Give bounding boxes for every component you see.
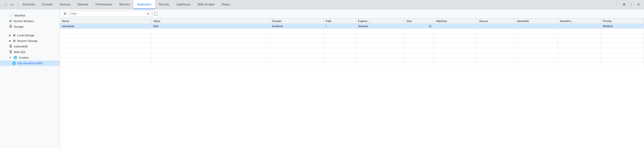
cookies-localhost-icon: 🌐 (12, 61, 16, 65)
cell-empty-domain (270, 62, 324, 67)
col-header-secure[interactable]: Secure (477, 19, 515, 24)
tab-bar-icons: ⬚ ▭ (1, 2, 17, 7)
cell-empty-secure (477, 53, 515, 58)
cell-empty-name (60, 48, 151, 53)
more-icon[interactable]: ⋮ (629, 2, 634, 7)
cell-empty-priority (601, 53, 644, 58)
table-row-empty (60, 53, 644, 58)
col-header-expires[interactable]: Expires ... (356, 19, 404, 24)
table-row-empty (60, 48, 644, 53)
cell-empty-path (324, 48, 356, 53)
cell-empty-samesite (515, 29, 558, 34)
col-header-value[interactable]: Value (151, 19, 270, 24)
cell-empty-secure (477, 58, 515, 62)
cell-empty-httponly (434, 58, 477, 62)
cell-empty-httponly (434, 34, 477, 38)
table-row-empty (60, 29, 644, 34)
cell-empty-samepa (558, 34, 601, 38)
cell-empty-size (404, 58, 434, 62)
col-header-path[interactable]: Path (324, 19, 356, 24)
cell-empty-priority (601, 29, 644, 34)
cell-empty-path (324, 43, 356, 48)
cell-path: / (324, 24, 356, 29)
cell-empty-httponly (434, 48, 477, 53)
col-header-size[interactable]: Size (404, 19, 434, 24)
device-icon[interactable]: ▭ (10, 2, 15, 7)
cell-empty-path (324, 38, 356, 43)
cell-empty-secure (477, 38, 515, 43)
tab-elements[interactable]: Elements (19, 0, 38, 9)
cell-empty-value (151, 48, 270, 53)
sidebar-item-session-storage[interactable]: ▶⊞ Session Storage (0, 38, 60, 44)
sidebar-item-manifest[interactable]: 📄 Manifest (0, 13, 60, 18)
cell-empty-domain (270, 48, 324, 53)
col-header-samesite[interactable]: SameSite (515, 19, 558, 24)
table-row-empty (60, 62, 644, 67)
sidebar-item-cookies-localhost[interactable]: 🌐 http://localhost:4000 (0, 60, 60, 66)
cell-empty-domain (270, 38, 324, 43)
expand-icon-cookies: ▼ (9, 56, 11, 59)
service-workers-icon: ⚙ (9, 19, 12, 23)
col-header-httponly[interactable]: HttpOnly (434, 19, 477, 24)
expand-icon-local-storage: ▶ (9, 34, 11, 37)
filter-clear-button[interactable]: ✕ (147, 12, 150, 16)
sidebar-item-indexeddb[interactable]: 🗄 IndexedDB (0, 44, 60, 49)
issue-filter-label[interactable] (154, 12, 159, 15)
col-header-priority[interactable]: Priority (601, 19, 644, 24)
cell-secure (477, 24, 515, 29)
inspect-icon[interactable]: ⬚ (3, 2, 8, 7)
sidebar-item-cookies[interactable]: ▼🌐 Cookies (0, 55, 60, 60)
col-header-name[interactable]: Name (60, 19, 151, 24)
tab-redux[interactable]: Redux (218, 0, 234, 9)
sidebar: 📄 Manifest⚙ Service Workers🗄 Storage ▶⊞ … (0, 9, 60, 148)
tab-performance[interactable]: Performance (92, 0, 116, 9)
cell-empty-samesite (515, 38, 558, 43)
cell-empty-size (404, 48, 434, 53)
web-sql-icon: 🗄 (9, 50, 12, 54)
tab-lighthouse[interactable]: Lighthouse (173, 0, 194, 9)
settings-icon[interactable]: ⚙ (622, 2, 627, 7)
cell-empty-priority (601, 43, 644, 48)
issue-filter-checkbox[interactable] (154, 12, 157, 15)
tab-sources[interactable]: Sources (56, 0, 74, 9)
table-header-row: NameValueDomainPathExpires ...SizeHttpOn… (60, 19, 644, 24)
cell-empty-domain (270, 53, 324, 58)
sidebar-item-web-sql[interactable]: 🗄 Web SQL (0, 49, 60, 55)
sidebar-label-cookies-localhost: http://localhost:4000 (18, 62, 42, 65)
tab-application[interactable]: Application (134, 0, 155, 9)
sidebar-item-service-workers[interactable]: ⚙ Service Workers (0, 18, 60, 24)
cell-empty-path (324, 53, 356, 58)
cell-empty-name (60, 53, 151, 58)
tab-console[interactable]: Console (38, 0, 56, 9)
refresh-button[interactable]: ↻ (62, 11, 68, 17)
filter-input[interactable] (71, 12, 147, 15)
close-devtools-icon[interactable]: ✕ (636, 2, 641, 7)
cell-empty-httponly (434, 43, 477, 48)
cell-size: 11 (404, 24, 434, 29)
cell-empty-path (324, 58, 356, 62)
sidebar-storage-header (0, 29, 60, 32)
sidebar-item-storage[interactable]: 🗄 Storage (0, 24, 60, 29)
cookie-table-wrap: NameValueDomainPathExpires ...SizeHttpOn… (60, 19, 644, 148)
cell-empty-secure (477, 34, 515, 38)
col-header-samepa[interactable]: SamePa... (558, 19, 601, 24)
filter-input-wrap: ✕ (69, 11, 151, 17)
tab-security[interactable]: Security (155, 0, 173, 9)
tab-network[interactable]: Network (74, 0, 92, 9)
table-row[interactable]: usernameBoblocalhost/Session11Medium (60, 24, 644, 29)
tab-memory[interactable]: Memory (116, 0, 134, 9)
cell-empty-samesite (515, 58, 558, 62)
cell-empty-priority (601, 62, 644, 67)
sidebar-storage-items: ▶⊞ Local Storage▶⊞ Session Storage🗄 Inde… (0, 32, 60, 66)
cell-empty-path (324, 62, 356, 67)
cell-empty-path (324, 29, 356, 34)
manifest-icon: 📄 (9, 14, 13, 17)
col-header-domain[interactable]: Domain (270, 19, 324, 24)
cell-empty-httponly (434, 53, 477, 58)
cell-empty-httponly (434, 29, 477, 34)
sidebar-item-local-storage[interactable]: ▶⊞ Local Storage (0, 32, 60, 38)
cell-value: Bob (151, 24, 270, 29)
session-storage-icon: ⊞ (13, 39, 16, 43)
tab-webscraper[interactable]: Web Scraper (194, 0, 218, 9)
cell-empty-samepa (558, 48, 601, 53)
